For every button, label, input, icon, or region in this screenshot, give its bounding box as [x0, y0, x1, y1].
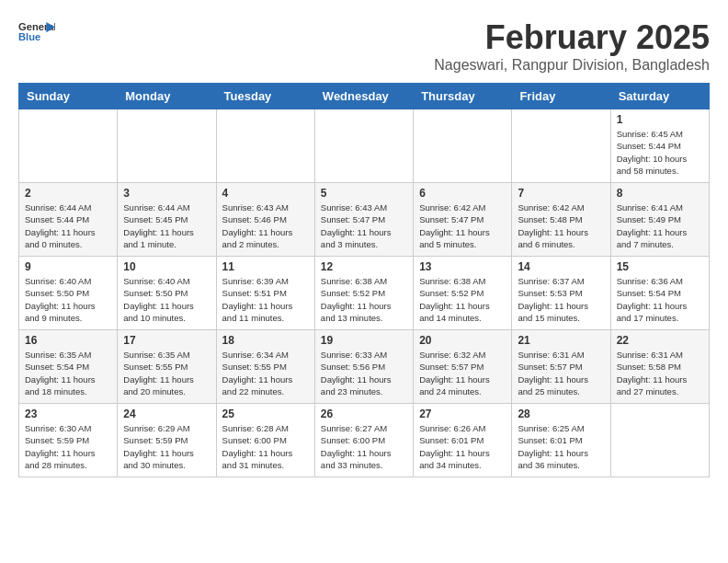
day-info: Sunrise: 6:36 AM Sunset: 5:54 PM Dayligh… [617, 275, 703, 324]
logo: General Blue [18, 18, 55, 44]
title-section: February 2025 Nageswari, Rangpur Divisio… [434, 18, 710, 74]
day-info: Sunrise: 6:40 AM Sunset: 5:50 PM Dayligh… [123, 275, 210, 324]
day-info: Sunrise: 6:45 AM Sunset: 5:44 PM Dayligh… [617, 128, 703, 177]
weekday-header-friday: Friday [512, 84, 610, 109]
day-number: 2 [25, 187, 111, 200]
calendar-cell [512, 109, 610, 183]
svg-text:Blue: Blue [18, 31, 40, 42]
day-info: Sunrise: 6:38 AM Sunset: 5:52 PM Dayligh… [419, 275, 506, 324]
day-number: 16 [25, 334, 111, 347]
calendar-subtitle: Nageswari, Rangpur Division, Bangladesh [434, 57, 710, 74]
day-number: 4 [222, 187, 309, 200]
calendar-cell: 16Sunrise: 6:35 AM Sunset: 5:54 PM Dayli… [19, 330, 118, 404]
day-info: Sunrise: 6:31 AM Sunset: 5:58 PM Dayligh… [617, 349, 703, 397]
page-header: General Blue February 2025 Nageswari, Ra… [18, 18, 710, 74]
day-number: 25 [222, 408, 309, 420]
day-info: Sunrise: 6:28 AM Sunset: 6:00 PM Dayligh… [222, 422, 309, 471]
calendar-cell: 5Sunrise: 6:43 AM Sunset: 5:47 PM Daylig… [314, 183, 413, 257]
day-info: Sunrise: 6:29 AM Sunset: 5:59 PM Dayligh… [123, 422, 210, 471]
day-info: Sunrise: 6:43 AM Sunset: 5:46 PM Dayligh… [222, 201, 309, 250]
calendar-cell: 23Sunrise: 6:30 AM Sunset: 5:59 PM Dayli… [19, 404, 118, 477]
calendar-cell: 9Sunrise: 6:40 AM Sunset: 5:50 PM Daylig… [19, 257, 118, 330]
day-number: 9 [25, 260, 111, 273]
day-number: 8 [617, 187, 703, 200]
day-number: 3 [123, 187, 210, 200]
day-info: Sunrise: 6:25 AM Sunset: 6:01 PM Dayligh… [518, 422, 604, 471]
day-number: 15 [617, 260, 703, 273]
week-row-3: 16Sunrise: 6:35 AM Sunset: 5:54 PM Dayli… [19, 330, 710, 404]
weekday-header-wednesday: Wednesday [314, 84, 413, 109]
week-row-4: 23Sunrise: 6:30 AM Sunset: 5:59 PM Dayli… [19, 404, 710, 477]
calendar-cell: 24Sunrise: 6:29 AM Sunset: 5:59 PM Dayli… [118, 404, 216, 477]
calendar-cell: 18Sunrise: 6:34 AM Sunset: 5:55 PM Dayli… [216, 330, 314, 404]
day-number: 22 [617, 334, 703, 347]
day-info: Sunrise: 6:44 AM Sunset: 5:45 PM Dayligh… [123, 201, 210, 250]
weekday-header-monday: Monday [118, 84, 216, 109]
day-number: 7 [518, 187, 604, 200]
weekday-header-saturday: Saturday [610, 84, 709, 109]
day-info: Sunrise: 6:43 AM Sunset: 5:47 PM Dayligh… [321, 201, 407, 250]
calendar-cell: 19Sunrise: 6:33 AM Sunset: 5:56 PM Dayli… [314, 330, 413, 404]
calendar-cell: 28Sunrise: 6:25 AM Sunset: 6:01 PM Dayli… [512, 404, 610, 477]
calendar-cell: 3Sunrise: 6:44 AM Sunset: 5:45 PM Daylig… [118, 183, 216, 257]
day-info: Sunrise: 6:26 AM Sunset: 6:01 PM Dayligh… [419, 422, 506, 471]
calendar-cell: 12Sunrise: 6:38 AM Sunset: 5:52 PM Dayli… [314, 257, 413, 330]
day-info: Sunrise: 6:40 AM Sunset: 5:50 PM Dayligh… [25, 275, 111, 324]
calendar-cell: 27Sunrise: 6:26 AM Sunset: 6:01 PM Dayli… [414, 404, 512, 477]
day-number: 10 [123, 260, 210, 273]
calendar-cell: 14Sunrise: 6:37 AM Sunset: 5:53 PM Dayli… [512, 257, 610, 330]
calendar-cell: 6Sunrise: 6:42 AM Sunset: 5:47 PM Daylig… [414, 183, 512, 257]
calendar-table: SundayMondayTuesdayWednesdayThursdayFrid… [18, 83, 710, 477]
day-number: 11 [222, 260, 309, 273]
day-info: Sunrise: 6:33 AM Sunset: 5:56 PM Dayligh… [321, 349, 407, 397]
day-number: 24 [123, 408, 210, 420]
calendar-cell: 13Sunrise: 6:38 AM Sunset: 5:52 PM Dayli… [414, 257, 512, 330]
day-number: 20 [419, 334, 506, 347]
day-number: 21 [518, 334, 604, 347]
day-info: Sunrise: 6:38 AM Sunset: 5:52 PM Dayligh… [321, 275, 407, 324]
day-info: Sunrise: 6:39 AM Sunset: 5:51 PM Dayligh… [222, 275, 309, 324]
day-number: 5 [321, 187, 407, 200]
week-row-0: 1Sunrise: 6:45 AM Sunset: 5:44 PM Daylig… [19, 109, 710, 183]
day-number: 26 [321, 408, 407, 420]
day-info: Sunrise: 6:42 AM Sunset: 5:48 PM Dayligh… [518, 201, 604, 250]
day-info: Sunrise: 6:31 AM Sunset: 5:57 PM Dayligh… [518, 349, 604, 397]
calendar-cell: 2Sunrise: 6:44 AM Sunset: 5:44 PM Daylig… [19, 183, 118, 257]
day-number: 18 [222, 334, 309, 347]
day-number: 6 [419, 187, 506, 200]
calendar-cell: 26Sunrise: 6:27 AM Sunset: 6:00 PM Dayli… [314, 404, 413, 477]
calendar-cell [414, 109, 512, 183]
calendar-cell: 10Sunrise: 6:40 AM Sunset: 5:50 PM Dayli… [118, 257, 216, 330]
day-number: 17 [123, 334, 210, 347]
day-number: 14 [518, 260, 604, 273]
calendar-cell [216, 109, 314, 183]
calendar-cell: 8Sunrise: 6:41 AM Sunset: 5:49 PM Daylig… [610, 183, 709, 257]
calendar-cell [118, 109, 216, 183]
day-number: 12 [321, 260, 407, 273]
calendar-cell: 7Sunrise: 6:42 AM Sunset: 5:48 PM Daylig… [512, 183, 610, 257]
calendar-cell: 15Sunrise: 6:36 AM Sunset: 5:54 PM Dayli… [610, 257, 709, 330]
day-number: 23 [25, 408, 111, 420]
day-info: Sunrise: 6:27 AM Sunset: 6:00 PM Dayligh… [321, 422, 407, 471]
day-number: 27 [419, 408, 506, 420]
day-info: Sunrise: 6:42 AM Sunset: 5:47 PM Dayligh… [419, 201, 506, 250]
calendar-cell: 4Sunrise: 6:43 AM Sunset: 5:46 PM Daylig… [216, 183, 314, 257]
week-row-2: 9Sunrise: 6:40 AM Sunset: 5:50 PM Daylig… [19, 257, 710, 330]
day-info: Sunrise: 6:34 AM Sunset: 5:55 PM Dayligh… [222, 349, 309, 397]
day-info: Sunrise: 6:44 AM Sunset: 5:44 PM Dayligh… [25, 201, 111, 250]
weekday-header-tuesday: Tuesday [216, 84, 314, 109]
day-info: Sunrise: 6:35 AM Sunset: 5:55 PM Dayligh… [123, 349, 210, 397]
day-info: Sunrise: 6:32 AM Sunset: 5:57 PM Dayligh… [419, 349, 506, 397]
day-number: 13 [419, 260, 506, 273]
day-info: Sunrise: 6:30 AM Sunset: 5:59 PM Dayligh… [25, 422, 111, 471]
calendar-cell: 25Sunrise: 6:28 AM Sunset: 6:00 PM Dayli… [216, 404, 314, 477]
day-info: Sunrise: 6:37 AM Sunset: 5:53 PM Dayligh… [518, 275, 604, 324]
logo-icon: General Blue [18, 18, 55, 44]
calendar-cell [314, 109, 413, 183]
week-row-1: 2Sunrise: 6:44 AM Sunset: 5:44 PM Daylig… [19, 183, 710, 257]
calendar-cell: 11Sunrise: 6:39 AM Sunset: 5:51 PM Dayli… [216, 257, 314, 330]
calendar-cell [19, 109, 118, 183]
day-number: 19 [321, 334, 407, 347]
weekday-header-row: SundayMondayTuesdayWednesdayThursdayFrid… [19, 84, 710, 109]
calendar-cell: 21Sunrise: 6:31 AM Sunset: 5:57 PM Dayli… [512, 330, 610, 404]
